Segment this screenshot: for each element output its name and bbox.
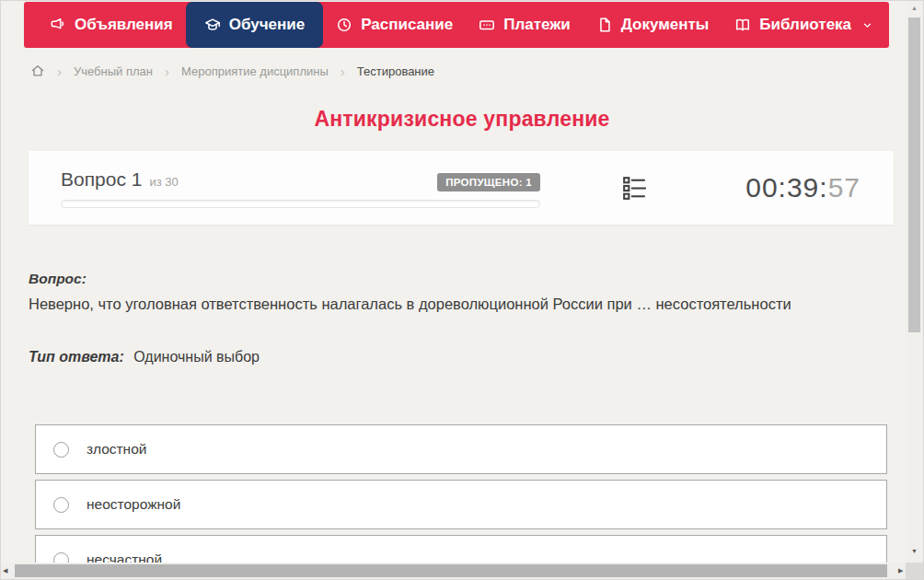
- question-list-icon[interactable]: [619, 173, 650, 203]
- radio-button-icon[interactable]: [53, 497, 69, 513]
- nav-item-label: Библиотека: [759, 16, 851, 34]
- chevron-down-icon: [861, 19, 873, 31]
- scroll-right-icon[interactable]: ▶: [898, 567, 903, 574]
- clock-icon: [336, 17, 352, 33]
- top-navigation: Объявления Обучение Расписание Платежи Д…: [24, 2, 889, 48]
- nav-item-label: Документы: [621, 16, 710, 34]
- document-icon: [596, 17, 613, 33]
- timer-seconds: 57: [828, 172, 860, 203]
- graduation-cap-icon: [204, 17, 221, 33]
- nav-item-announcements[interactable]: Объявления: [37, 2, 186, 48]
- quiz-page: Объявления Обучение Расписание Платежи Д…: [0, 0, 924, 580]
- page-title: Антикризисное управление: [1, 107, 923, 132]
- answer-type-row: Тип ответа: Одиночный выбор: [29, 349, 872, 365]
- answer-type-value: Одиночный выбор: [133, 349, 260, 365]
- nav-item-library[interactable]: Библиотека: [722, 2, 886, 48]
- vertical-scrollbar-thumb[interactable]: [908, 17, 920, 332]
- horizontal-scrollbar-thumb[interactable]: [15, 564, 887, 577]
- breadcrumb-item-discipline-event[interactable]: Мероприятие дисциплины: [181, 64, 329, 78]
- breadcrumb-item-testing: Тестирование: [357, 64, 434, 78]
- question-block: Вопрос: Неверно, что уголовная ответстве…: [29, 271, 872, 365]
- radio-button-icon[interactable]: [53, 442, 69, 458]
- nav-item-label: Расписание: [361, 16, 453, 34]
- question-progress-bar[interactable]: [61, 200, 540, 208]
- question-progress-block: Вопрос 1 из 30 ПРОПУЩЕНО: 1: [61, 168, 540, 208]
- question-number: Вопрос 1: [61, 168, 142, 191]
- question-heading: Вопрос:: [29, 271, 872, 287]
- answer-option-label: неосторожной: [87, 496, 180, 513]
- scroll-down-icon[interactable]: ▼: [906, 548, 923, 554]
- scrollbar-corner: [906, 563, 923, 579]
- vertical-scrollbar[interactable]: ▲ ▼: [906, 1, 923, 564]
- quiz-header-panel: Вопрос 1 из 30 ПРОПУЩЕНО: 1 00:39:57: [29, 151, 894, 225]
- megaphone-icon: [50, 17, 66, 33]
- timer: 00:39:57: [745, 172, 860, 203]
- nav-item-label: Объявления: [75, 16, 173, 34]
- nav-item-learning[interactable]: Обучение: [186, 2, 323, 48]
- answer-option-label: злостной: [87, 441, 146, 458]
- nav-item-schedule[interactable]: Расписание: [323, 2, 466, 48]
- skipped-badge: ПРОПУЩЕНО: 1: [437, 173, 540, 191]
- answer-type-label: Тип ответа:: [29, 349, 124, 365]
- question-text: Неверно, что уголовная ответственность н…: [29, 294, 872, 314]
- breadcrumb: › Учебный план › Мероприятие дисциплины …: [30, 59, 923, 83]
- nav-item-label: Платежи: [503, 16, 571, 34]
- nav-item-label: Обучение: [229, 16, 305, 34]
- timer-main: 00:39:: [745, 172, 827, 203]
- scroll-left-icon[interactable]: ◀: [3, 567, 7, 574]
- question-total: из 30: [149, 175, 178, 189]
- home-icon[interactable]: [30, 64, 45, 78]
- chevron-right-icon: ›: [165, 64, 169, 78]
- answer-options: злостной неосторожной несчастной: [35, 424, 887, 580]
- answer-option[interactable]: злостной: [35, 424, 887, 474]
- answer-option[interactable]: неосторожной: [35, 480, 887, 529]
- scroll-up-icon[interactable]: ▲: [906, 5, 923, 11]
- nav-item-payments[interactable]: Платежи: [466, 2, 583, 48]
- nav-item-documents[interactable]: Документы: [583, 2, 722, 48]
- breadcrumb-item-curriculum[interactable]: Учебный план: [74, 64, 153, 78]
- chevron-right-icon: ›: [57, 64, 62, 78]
- horizontal-scrollbar[interactable]: ◀ ▶: [1, 563, 907, 579]
- banknote-icon: [479, 17, 495, 33]
- book-icon: [734, 17, 751, 33]
- chevron-right-icon: ›: [341, 64, 345, 78]
